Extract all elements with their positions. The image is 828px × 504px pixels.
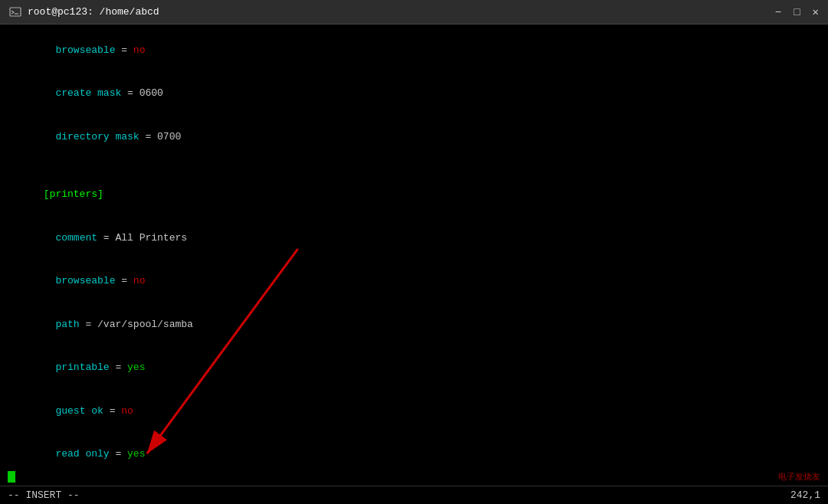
window: root@pc123: /home/abcd − □ ✕ browseable … (0, 0, 828, 504)
terminal-line: [printers] (8, 173, 820, 217)
terminal-line: read only = yes (8, 434, 820, 477)
terminal-line: browseable = no (8, 260, 820, 304)
insert-mode-label: -- INSERT -- (8, 489, 80, 501)
minimize-button[interactable]: − (775, 7, 781, 18)
svg-rect-0 (10, 8, 21, 16)
statusbar: -- INSERT -- 242,1 (0, 486, 828, 504)
terminal-line (8, 159, 820, 174)
titlebar-left: root@pc123: /home/abcd (9, 6, 159, 18)
terminal-line: create mask = 0600 (8, 73, 820, 116)
terminal-line: directory mask = 0700 (8, 116, 820, 159)
terminal-line: browseable = no (8, 29, 820, 73)
cursor-position: 242,1 (790, 489, 820, 501)
terminal-line: path = /var/spool/samba (8, 303, 820, 347)
watermark: 电子发烧友 (778, 471, 820, 483)
terminal-icon (9, 6, 21, 18)
terminal-line: printable = yes (8, 347, 820, 391)
titlebar: root@pc123: /home/abcd − □ ✕ (0, 0, 828, 25)
terminal-body[interactable]: browseable = no create mask = 0600 direc… (0, 25, 828, 504)
titlebar-controls: − □ ✕ (775, 7, 819, 18)
cursor-block (8, 471, 15, 483)
close-button[interactable]: ✕ (813, 7, 819, 18)
terminal-line: comment = All Printers (8, 217, 820, 260)
terminal-line: guest ok = no (8, 390, 820, 434)
maximize-button[interactable]: □ (794, 7, 800, 18)
titlebar-title: root@pc123: /home/abcd (28, 6, 159, 18)
